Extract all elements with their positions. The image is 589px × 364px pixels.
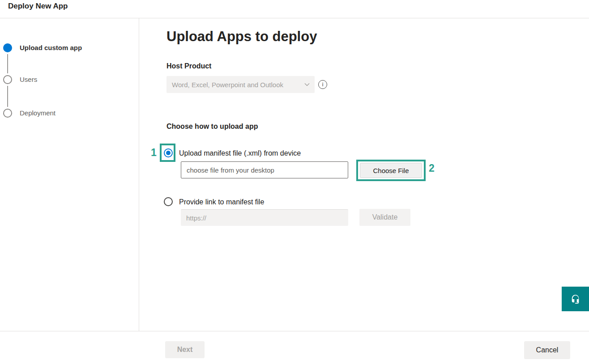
- radio-label-upload-manifest-file[interactable]: Upload manifest file (.xml) from device: [179, 149, 301, 157]
- cancel-button[interactable]: Cancel: [524, 341, 570, 359]
- radio-provide-link[interactable]: [164, 197, 173, 206]
- annotation-number-1: 1: [151, 147, 157, 159]
- validate-button[interactable]: Validate: [359, 209, 410, 226]
- host-product-label: Host Product: [166, 62, 211, 70]
- radio-label-provide-link[interactable]: Provide link to manifest file: [179, 198, 264, 206]
- host-product-selected-value: Word, Excel, Powerpoint and Outlook: [172, 81, 283, 89]
- step-label-users: Users: [20, 75, 37, 84]
- next-button[interactable]: Next: [165, 341, 205, 358]
- info-icon[interactable]: i: [318, 80, 327, 89]
- header-divider: [0, 18, 589, 18]
- host-product-dropdown[interactable]: Word, Excel, Powerpoint and Outlook: [166, 76, 315, 93]
- page-title: Deploy New App: [8, 2, 68, 11]
- file-path-input[interactable]: [181, 161, 348, 178]
- upload-choice-heading: Choose how to upload app: [166, 123, 258, 131]
- step-circle-deployment: [3, 109, 12, 118]
- choose-file-button[interactable]: Choose File: [360, 163, 422, 178]
- main-heading: Upload Apps to deploy: [166, 29, 317, 45]
- chevron-down-icon: [304, 81, 310, 88]
- step-label-deployment: Deployment: [20, 109, 55, 118]
- step-circle-users: [3, 75, 12, 84]
- info-glyph: i: [322, 81, 324, 88]
- step-circle-upload-custom-app: [3, 43, 12, 52]
- deploy-new-app-dialog: Deploy New App Upload custom app Users D…: [0, 0, 589, 364]
- help-button[interactable]: [562, 287, 589, 311]
- sidebar-divider: [139, 18, 139, 331]
- headset-icon: [571, 294, 580, 304]
- annotation-number-2: 2: [429, 162, 435, 174]
- step-connector: [7, 54, 8, 73]
- footer-divider: [0, 331, 589, 331]
- manifest-url-input[interactable]: [181, 209, 348, 226]
- step-connector: [7, 86, 8, 107]
- radio-upload-manifest-file[interactable]: [164, 148, 173, 157]
- step-label-upload-custom-app: Upload custom app: [20, 43, 82, 52]
